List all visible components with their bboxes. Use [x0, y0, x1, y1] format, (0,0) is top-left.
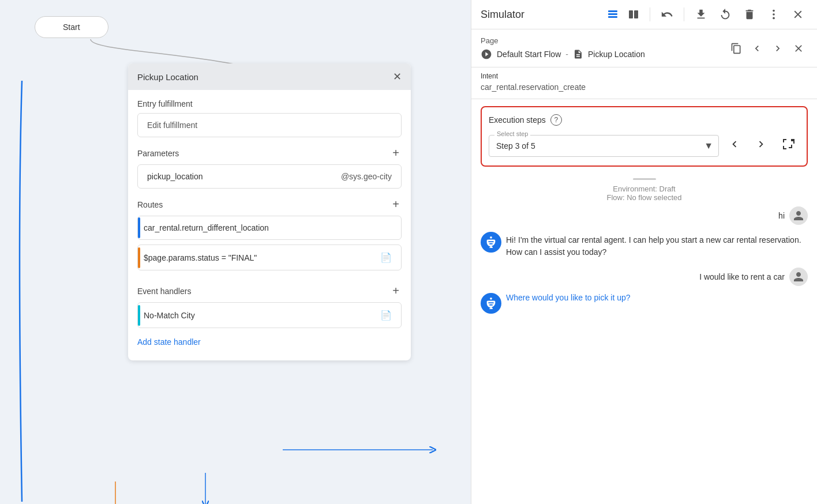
- bot-avatar-1: [481, 232, 501, 253]
- page-card-body: Entry fulfillment Edit fulfillment Param…: [128, 90, 411, 360]
- page-icon: [573, 49, 583, 59]
- chat-messages: hi Hi! I'm the virtual car rental agent.…: [471, 206, 817, 504]
- add-route-button[interactable]: +: [390, 198, 402, 211]
- view-single-btn[interactable]: [604, 5, 622, 24]
- event-handlers-section-header: Event handlers +: [137, 275, 402, 302]
- toolbar-view-group: [604, 5, 643, 24]
- bot-avatar-2: [481, 293, 501, 314]
- svg-rect-1: [608, 13, 617, 15]
- copy-icon: [730, 43, 742, 54]
- intent-section: Intent car_rental.reservation_create: [471, 67, 817, 99]
- route-item-1[interactable]: car_rental.return_different_location: [137, 216, 402, 240]
- start-label: Start: [63, 22, 80, 32]
- user-message-row-2: I would like to rent a car: [481, 268, 808, 286]
- undo-btn[interactable]: [657, 5, 677, 24]
- view-split-btn[interactable]: [624, 5, 643, 24]
- step-next-btn[interactable]: [750, 133, 772, 158]
- execution-steps-section: Execution steps ? Select step Step 3 of …: [481, 106, 808, 167]
- event-indicator-teal: [138, 305, 140, 326]
- svg-point-7: [773, 17, 775, 20]
- bot-message-row-2: Where would you like to pick it up?: [481, 293, 808, 314]
- parameters-label: Parameters: [137, 149, 179, 158]
- svg-rect-3: [629, 10, 633, 18]
- svg-point-5: [773, 10, 775, 12]
- copy-page-btn[interactable]: [727, 39, 745, 58]
- more-btn[interactable]: [764, 5, 784, 24]
- page-card: Pickup Location ✕ Entry fulfillment Edit…: [128, 63, 411, 360]
- user-avatar-2: [789, 268, 808, 286]
- edit-fulfillment-btn[interactable]: Edit fulfillment: [137, 113, 402, 137]
- page-breadcrumb: Default Start Flow - Pickup Location: [481, 48, 645, 60]
- page-label: Page: [481, 36, 645, 45]
- toolbar-divider-2: [684, 7, 684, 21]
- intent-value: car_rental.reservation_create: [481, 82, 808, 92]
- breadcrumb-flow: Default Start Flow: [497, 50, 561, 59]
- step-select-wrapper: Select step Step 3 of 5 ▼: [489, 135, 719, 157]
- download-btn[interactable]: [691, 5, 711, 24]
- chat-area: Environment: Draft Flow: No flow selecte…: [471, 174, 817, 504]
- add-state-handler-btn[interactable]: Add state handler: [137, 328, 402, 351]
- delete-icon: [743, 8, 756, 21]
- page-controls: [727, 39, 808, 58]
- close-simulator-icon: [792, 8, 804, 21]
- start-node: Start: [35, 16, 108, 38]
- svg-point-6: [773, 13, 775, 16]
- svg-rect-0: [608, 10, 617, 12]
- svg-rect-4: [634, 10, 638, 18]
- step-prev-icon: [728, 138, 741, 151]
- page-nav-next-btn[interactable]: [769, 39, 787, 58]
- route-item-2[interactable]: $page.params.status = "FINAL" 📄: [137, 245, 402, 270]
- user-msg-2: I would like to rent a car: [699, 272, 785, 281]
- route-indicator-blue: [138, 217, 140, 238]
- breadcrumb-page: Pickup Location: [588, 50, 645, 59]
- close-page-icon: [793, 43, 804, 54]
- page-nav-prev-btn[interactable]: [748, 39, 766, 58]
- intent-label: Intent: [481, 72, 808, 80]
- user-message-row-1: hi: [481, 206, 808, 225]
- bot-avatar-icon-1: [485, 236, 497, 249]
- more-icon: [767, 8, 780, 21]
- step-next-icon: [755, 138, 767, 151]
- bot-avatar-icon-2: [485, 297, 497, 310]
- event-item-1[interactable]: No-Match City 📄: [137, 302, 402, 328]
- entry-fulfillment-label: Entry fulfillment: [137, 90, 402, 113]
- param-type: @sys.geo-city: [341, 172, 392, 181]
- step-select-label: Select step: [494, 130, 530, 137]
- page-next-icon: [772, 43, 784, 54]
- parameter-row[interactable]: pickup_location @sys.geo-city: [137, 164, 402, 189]
- route-2-label: $page.params.status = "FINAL": [144, 253, 257, 262]
- toolbar-divider-1: [650, 7, 650, 21]
- delete-btn[interactable]: [740, 5, 759, 24]
- close-page-btn[interactable]: [789, 39, 808, 58]
- bot-msg-2: Where would you like to pick it up?: [506, 293, 631, 302]
- page-prev-icon: [751, 43, 763, 54]
- event-1-label: No-Match City: [144, 311, 195, 320]
- diagram-area: Start Pickup Location ✕ Entry fulfillmen…: [0, 0, 471, 504]
- step-select[interactable]: Step 3 of 5: [489, 135, 719, 157]
- execution-steps-help-icon[interactable]: ?: [550, 114, 562, 126]
- param-name: pickup_location: [147, 172, 203, 181]
- step-focus-icon: [781, 137, 795, 151]
- event-handlers-label: Event handlers: [137, 287, 191, 296]
- routes-section-header: Routes +: [137, 189, 402, 216]
- flow-icon: [481, 48, 492, 60]
- close-simulator-btn[interactable]: [788, 5, 808, 24]
- user-avatar-1: [789, 206, 808, 225]
- route-indicator-orange: [138, 247, 140, 268]
- page-info-section: Page Default Start Flow - Pickup Locatio…: [471, 29, 817, 67]
- bot-message-row-1: Hi! I'm the virtual car rental agent. I …: [481, 232, 808, 261]
- refresh-btn[interactable]: [715, 5, 735, 24]
- step-prev-btn[interactable]: [724, 133, 745, 158]
- add-event-handler-button[interactable]: +: [390, 284, 402, 298]
- bot-msg-1: Hi! I'm the virtual car rental agent. I …: [506, 232, 808, 261]
- step-focus-btn[interactable]: [777, 133, 800, 159]
- page-card-close-icon[interactable]: ✕: [393, 70, 402, 83]
- view-single-icon: [607, 9, 619, 20]
- view-split-icon: [628, 9, 639, 20]
- user-msg-1: hi: [778, 211, 785, 220]
- route-2-doc-icon: 📄: [380, 252, 392, 263]
- undo-icon: [661, 8, 673, 21]
- page-card-header: Pickup Location ✕: [128, 63, 411, 90]
- add-parameter-button[interactable]: +: [390, 146, 402, 160]
- execution-steps-title: Execution steps ?: [489, 114, 800, 126]
